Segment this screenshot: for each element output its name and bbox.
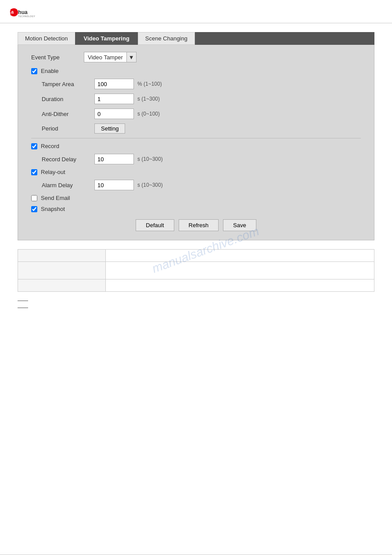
dropdown-arrow-icon[interactable]: ▼ — [126, 52, 136, 62]
table-cell-col2 — [106, 250, 374, 262]
event-type-row: Event Type Video Tamper ▼ — [31, 52, 361, 62]
svg-text:a: a — [11, 9, 14, 15]
table-cell-col1 — [18, 279, 106, 292]
record-delay-input[interactable] — [94, 154, 134, 164]
tab-motion-detection[interactable]: Motion Detection — [18, 32, 75, 45]
anti-dither-row: Anti-Dither s (0~100) — [31, 109, 361, 119]
enable-label: Enable — [41, 68, 58, 74]
snapshot-row: Snapshot — [31, 206, 361, 212]
period-label: Period — [42, 125, 94, 132]
table-cell-col2 — [106, 262, 374, 279]
snapshot-checkbox[interactable] — [31, 206, 37, 212]
tamper-area-row: Tamper Area % (1~100) — [31, 79, 361, 89]
panel-body: Event Type Video Tamper ▼ Enable Tamper … — [18, 45, 374, 240]
tamper-area-hint: % (1~100) — [137, 81, 162, 87]
footer-line-1 — [18, 296, 374, 302]
send-email-checkbox[interactable] — [31, 195, 37, 201]
event-type-label: Event Type — [31, 54, 84, 61]
duration-row: Duration s (1~300) — [31, 94, 361, 104]
underline-2 — [18, 308, 28, 308]
tabs-row: Motion Detection Video Tampering Scene C… — [18, 32, 374, 45]
table-cell-col1 — [18, 250, 106, 262]
action-buttons: Default Refresh Save — [31, 219, 361, 231]
svg-text:TECHNOLOGY: TECHNOLOGY — [18, 15, 35, 18]
underline-1 — [18, 301, 28, 301]
anti-dither-input[interactable] — [94, 109, 134, 119]
relay-out-row: Relay-out — [31, 169, 361, 175]
logo: a hua TECHNOLOGY a — [9, 4, 383, 20]
info-table — [18, 249, 374, 292]
duration-label: Duration — [42, 96, 94, 102]
record-delay-row: Record Delay s (10~300) — [31, 154, 361, 164]
alarm-delay-row: Alarm Delay s (10~300) — [31, 180, 361, 190]
period-row: Period Setting — [31, 123, 361, 134]
tamper-area-input[interactable] — [94, 79, 134, 89]
table-row — [18, 250, 374, 262]
tamper-area-label: Tamper Area — [42, 81, 94, 87]
enable-row: Enable — [31, 68, 361, 74]
record-delay-hint: s (10~300) — [137, 156, 163, 162]
header: a hua TECHNOLOGY a — [0, 0, 392, 23]
record-delay-label: Record Delay — [42, 156, 94, 163]
dahua-logo: a hua TECHNOLOGY a — [9, 4, 44, 20]
anti-dither-hint: s (0~100) — [137, 111, 160, 117]
divider-1 — [31, 138, 361, 138]
relay-out-label: Relay-out — [41, 169, 65, 175]
record-row: Record — [31, 143, 361, 149]
record-checkbox[interactable] — [31, 143, 37, 149]
table-cell-col2 — [106, 279, 374, 292]
event-type-value: Video Tamper — [84, 53, 126, 62]
tab-scene-changing[interactable]: Scene Changing — [138, 32, 195, 45]
footer-notes — [18, 296, 374, 309]
alarm-delay-hint: s (10~300) — [137, 182, 163, 188]
alarm-delay-input[interactable] — [94, 180, 134, 190]
svg-text:hua: hua — [18, 9, 28, 15]
send-email-label: Send Email — [41, 195, 70, 201]
anti-dither-label: Anti-Dither — [42, 111, 94, 117]
send-email-row: Send Email — [31, 195, 361, 201]
event-type-select[interactable]: Video Tamper ▼ — [84, 52, 137, 62]
refresh-button[interactable]: Refresh — [179, 219, 219, 231]
enable-checkbox[interactable] — [31, 68, 37, 74]
table-row — [18, 279, 374, 292]
relay-out-checkbox[interactable] — [31, 169, 37, 175]
main-content: manualsarchive.com Motion Detection Vide… — [0, 23, 392, 319]
snapshot-label: Snapshot — [41, 206, 65, 212]
table-row — [18, 262, 374, 279]
default-button[interactable]: Default — [136, 219, 174, 231]
settings-panel: manualsarchive.com Motion Detection Vide… — [18, 32, 374, 240]
save-button[interactable]: Save — [223, 219, 256, 231]
duration-input[interactable] — [94, 94, 134, 104]
period-setting-button[interactable]: Setting — [94, 123, 125, 134]
tab-video-tampering[interactable]: Video Tampering — [76, 32, 137, 45]
record-label: Record — [41, 143, 59, 149]
footer-line-2 — [18, 303, 374, 309]
table-cell-col1 — [18, 262, 106, 279]
alarm-delay-label: Alarm Delay — [42, 182, 94, 189]
duration-hint: s (1~300) — [137, 96, 160, 102]
